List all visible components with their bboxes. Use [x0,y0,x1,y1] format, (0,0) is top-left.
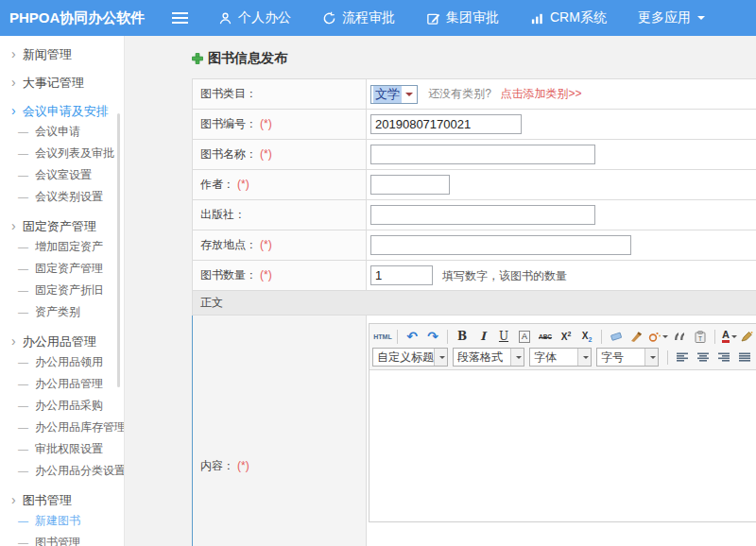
table-row: 图书名称：(*) [193,140,756,170]
bold-icon[interactable]: B [453,328,472,346]
dash-icon: — [18,191,28,202]
author-input[interactable] [370,175,450,195]
strikethrough-icon[interactable]: ABC [536,328,555,346]
sidebar-item[interactable]: —办公用品分类设置 [0,460,124,482]
publisher-input[interactable] [370,205,595,225]
sidebar-item[interactable]: —新建图书 [0,510,124,532]
chevron-right-icon: › [11,218,16,233]
toolbar-separator [397,330,398,344]
dash-icon: — [18,126,28,137]
nav-item[interactable]: 集团审批 [426,9,499,26]
sidebar-item[interactable]: —审批权限设置 [0,438,124,460]
pen-color-icon[interactable] [741,328,753,346]
app-logo: PHPOA协同办公软件 [0,9,163,27]
topbar: PHPOA协同办公软件 个人办公流程审批集团审批CRM系统更多应用 [0,0,756,36]
font-color-icon[interactable]: A [720,328,739,346]
required-mark: (*) [260,268,272,282]
font-family-combo[interactable]: 字体 [529,348,592,367]
user-icon [218,11,232,26]
subscript-icon[interactable]: X2 [577,328,596,346]
chevron-right-icon: › [11,103,16,118]
required-mark: (*) [260,147,272,161]
main-content: 图书信息发布 图书类目： 文学 还没有类别? 点击添加类别>> 图书编号：(*)… [125,36,756,546]
dash-icon: — [18,400,28,411]
sidebar-item[interactable]: —固定资产折旧 [0,280,124,301]
sidebar-group[interactable]: ›办公用品管理 [0,331,124,351]
sidebar-group[interactable]: ›新闻管理 [0,43,124,64]
sidebar-item[interactable]: —办公用品管理 [0,373,124,395]
nav-item[interactable]: CRM系统 [530,9,607,26]
italic-icon[interactable]: I [473,328,492,346]
align-center-icon[interactable] [694,349,713,367]
toolbar-separator [601,330,602,344]
nav-item[interactable]: 流程审批 [322,9,395,26]
nav-item[interactable]: 更多应用 [638,9,705,26]
quantity-hint: 填写数字，该图书的数量 [442,269,567,282]
sidebar-scrollbar[interactable] [117,113,120,387]
book-name-input[interactable] [370,145,595,164]
add-category-link[interactable]: 点击添加类别>> [500,87,581,100]
page-title-text: 图书信息发布 [208,50,287,67]
eraser-icon[interactable] [607,328,626,346]
sidebar-group[interactable]: ›会议申请及安排 [0,100,124,121]
author-label: 作者： [200,178,234,191]
dash-icon: — [18,169,28,180]
remove-format-icon[interactable]: A [515,328,534,346]
sidebar-item[interactable]: —会议类别设置 [0,186,124,208]
font-size-combo[interactable]: 字号 [596,348,659,367]
dash-icon: — [18,356,28,367]
blockquote-icon[interactable] [670,328,689,346]
table-row: 出版社： [193,200,756,230]
editor-toolbar-row1: HTML↶↷BIUAABCX2X2TA123 [372,326,753,347]
nav-item[interactable]: 个人办公 [218,9,291,26]
content-label: 内容： [200,459,234,472]
category-select[interactable]: 文学 [370,85,418,104]
quantity-input[interactable] [370,265,433,285]
sidebar-item[interactable]: —办公用品采购 [0,395,124,417]
sidebar-item[interactable]: —固定资产管理 [0,258,124,280]
editor-content-area[interactable] [369,370,756,521]
chevron-down-icon [577,349,591,366]
align-right-icon[interactable] [714,349,733,367]
sidebar-group[interactable]: ›固定资产管理 [0,215,124,236]
table-row: 图书数量：(*) 填写数字，该图书的数量 [193,261,756,291]
sidebar-item[interactable]: —图书管理 [0,532,124,546]
heading-combo[interactable]: 自定义标题 [372,348,448,367]
menu-toggle-icon[interactable] [172,12,188,24]
dash-icon: — [18,147,28,159]
format-brush-icon[interactable] [627,328,646,346]
location-input[interactable] [370,235,631,255]
sidebar-item[interactable]: —办公用品库存管理 [0,417,124,438]
superscript-icon[interactable]: X2 [557,328,576,346]
redo-icon[interactable]: ↷ [423,328,442,346]
highlight-icon[interactable] [648,328,668,346]
sidebar-item[interactable]: —办公用品领用 [0,351,124,373]
sidebar-item[interactable]: —会议室设置 [0,164,124,186]
table-row: 图书类目： 文学 还没有类别? 点击添加类别>> [193,79,756,110]
page-title: 图书信息发布 [192,50,756,67]
dash-icon: — [18,284,28,296]
html-source-icon[interactable]: HTML [373,328,392,346]
align-left-icon[interactable] [673,349,692,367]
undo-icon[interactable]: ↶ [403,328,421,346]
table-row: 图书编号：(*) [193,110,756,140]
paragraph-format-combo[interactable]: 段落格式 [453,348,524,367]
sidebar-item[interactable]: —会议申请 [0,121,124,143]
sidebar-group[interactable]: ›大事记管理 [0,72,124,93]
chevron-down-icon [510,349,524,366]
sidebar-item[interactable]: —增加固定资产 [0,236,124,258]
paste-icon[interactable]: T [691,328,710,346]
publisher-label: 出版社： [200,208,246,221]
category-note: 还没有类别? [428,87,491,100]
sidebar-menu: ›新闻管理›大事记管理›会议申请及安排—会议申请—会议列表及审批—会议室设置—会… [0,43,124,546]
category-label: 图书类目： [200,87,257,100]
sidebar-group[interactable]: ›图书管理 [0,489,124,510]
process-icon [322,11,336,26]
rich-text-editor: HTML↶↷BIUAABCX2X2TA123 自定义标题段落格式字体字号 [369,323,756,522]
book-code-input[interactable] [370,114,522,134]
align-justify-icon[interactable] [735,349,753,367]
sidebar-item[interactable]: —会议列表及审批 [0,143,124,164]
editor-toolbar-row2: 自定义标题段落格式字体字号 [372,347,753,367]
sidebar-item[interactable]: —资产类别 [0,301,124,323]
underline-icon[interactable]: U [494,328,513,346]
